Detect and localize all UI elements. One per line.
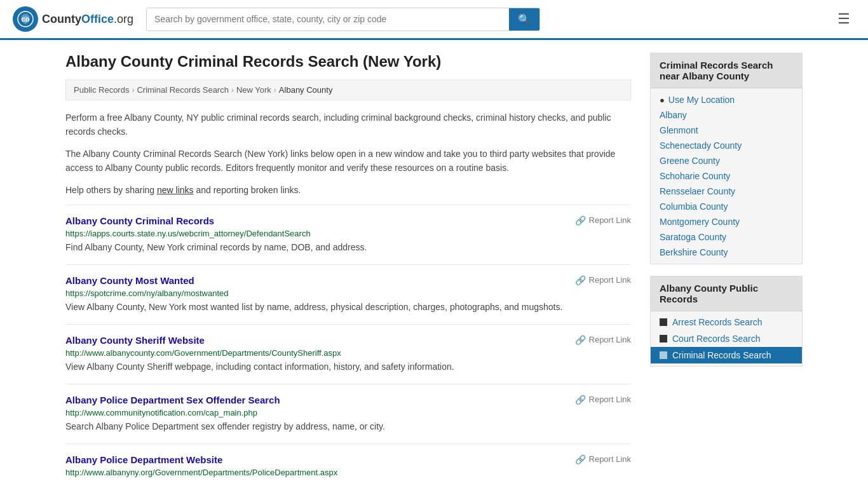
report-link-label: Report Link: [589, 395, 631, 404]
sidebar-nearby-item[interactable]: Rensselaer County: [651, 184, 802, 199]
sidebar-records-item[interactable]: Court Records Search: [651, 330, 802, 347]
record-title[interactable]: Albany County Criminal Records: [65, 215, 214, 226]
breadcrumb: Public Records › Criminal Records Search…: [65, 79, 631, 100]
record-url: http://www.communitynotification.com/cap…: [65, 408, 631, 417]
sidebar-nearby-item[interactable]: Schenectady County: [651, 138, 802, 153]
report-link-button[interactable]: 🔗 Report Link: [575, 395, 631, 405]
sidebar-records-link[interactable]: Court Records Search: [672, 334, 761, 344]
report-link-button[interactable]: 🔗 Report Link: [575, 275, 631, 285]
description-para3-prefix: Help others by sharing: [65, 185, 157, 195]
record-url: https://iapps.courts.state.ny.us/webcrim…: [65, 229, 631, 238]
record-desc: Search Albany Police Department sex offe…: [65, 420, 631, 433]
location-pin-icon: ●: [660, 95, 665, 105]
sidebar-nearby-link[interactable]: Schoharie County: [660, 171, 730, 181]
search-input[interactable]: [147, 8, 509, 30]
sidebar-nearby-list: ● Use My Location AlbanyGlenmontSchenect…: [651, 88, 802, 264]
svg-text:co: co: [22, 15, 30, 23]
sidebar-nearby-link[interactable]: Berkshire County: [660, 247, 728, 257]
record-entry: Albany Police Department Website 🔗 Repor…: [65, 444, 631, 488]
record-url: https://spotcrime.com/ny/albany/mostwant…: [65, 288, 631, 298]
sidebar-nearby-link[interactable]: Columbia County: [660, 201, 728, 212]
content-area: Albany County Criminal Records Search (N…: [65, 53, 631, 488]
breadcrumb-criminal-records-search[interactable]: Criminal Records Search: [137, 85, 229, 95]
sidebar-nearby-link[interactable]: Greene County: [660, 156, 720, 166]
sidebar-nearby-section: Criminal Records Search near Albany Coun…: [650, 53, 803, 264]
logo[interactable]: co CountyOffice.org: [13, 6, 133, 32]
report-icon: 🔗: [575, 215, 586, 226]
description-para3-suffix: and reporting broken links.: [194, 185, 301, 195]
logo-icon: co: [13, 6, 38, 32]
logo-text: CountyOffice.org: [42, 13, 133, 26]
breadcrumb-sep1: ›: [132, 86, 134, 95]
report-link-label: Report Link: [589, 335, 631, 344]
sidebar-public-records-title: Albany County Public Records: [651, 276, 802, 311]
report-icon: 🔗: [575, 335, 586, 345]
record-title[interactable]: Albany Police Department Website: [65, 454, 222, 465]
use-my-location-link[interactable]: Use My Location: [668, 95, 735, 105]
report-icon: 🔗: [575, 395, 586, 405]
sidebar-nearby-item[interactable]: Berkshire County: [651, 245, 802, 260]
sidebar-nearby-item[interactable]: Albany: [651, 107, 802, 123]
sidebar-records-item[interactable]: Criminal Records Search: [651, 347, 802, 363]
records-container: Albany County Criminal Records 🔗 Report …: [65, 205, 631, 488]
record-title[interactable]: Albany County Most Wanted: [65, 275, 194, 286]
record-desc: View Albany County Sheriff webpage, incl…: [65, 360, 631, 374]
sidebar-records-link[interactable]: Arrest Records Search: [672, 317, 763, 327]
record-url: http://www.albanyny.org/Government/Depar…: [65, 468, 631, 477]
record-title[interactable]: Albany Police Department Sex Offender Se…: [65, 395, 280, 405]
record-title[interactable]: Albany County Sheriff Website: [65, 335, 205, 346]
sidebar: Criminal Records Search near Albany Coun…: [650, 53, 803, 488]
record-entry: Albany County Most Wanted 🔗 Report Link …: [65, 264, 631, 324]
breadcrumb-sep2: ›: [231, 86, 234, 95]
sidebar-records-link[interactable]: Criminal Records Search: [672, 350, 771, 360]
header: co CountyOffice.org 🔍 ☰: [0, 0, 868, 40]
record-entry: Albany County Sheriff Website 🔗 Report L…: [65, 324, 631, 384]
main-container: Albany County Criminal Records Search (N…: [53, 40, 815, 488]
description-para1: Perform a free Albany County, NY public …: [65, 111, 631, 139]
sidebar-nearby-item[interactable]: Glenmont: [651, 123, 802, 138]
breadcrumb-new-york[interactable]: New York: [236, 85, 271, 95]
sidebar-nearby-item[interactable]: Saratoga County: [651, 229, 802, 245]
sidebar-nearby-link[interactable]: Saratoga County: [660, 232, 726, 242]
record-url: http://www.albanycounty.com/Government/D…: [65, 348, 631, 358]
record-type-icon: [660, 318, 667, 326]
sidebar-nearby-item[interactable]: Schoharie County: [651, 168, 802, 184]
report-link-button[interactable]: 🔗 Report Link: [575, 454, 631, 464]
record-entry: Albany County Criminal Records 🔗 Report …: [65, 205, 631, 264]
record-type-icon: [660, 335, 667, 342]
sidebar-records-item[interactable]: Arrest Records Search: [651, 314, 802, 330]
search-bar: 🔍: [146, 8, 540, 31]
description-para2: The Albany County Criminal Records Searc…: [65, 147, 631, 175]
record-entry: Albany Police Department Sex Offender Se…: [65, 384, 631, 444]
breadcrumb-public-records[interactable]: Public Records: [74, 85, 129, 95]
sidebar-use-location[interactable]: ● Use My Location: [651, 92, 802, 107]
sidebar-nearby-link[interactable]: Rensselaer County: [660, 186, 735, 196]
sidebar-nearby-link[interactable]: Schenectady County: [660, 140, 742, 151]
search-button[interactable]: 🔍: [509, 8, 539, 30]
report-link-label: Report Link: [589, 275, 631, 285]
sidebar-nearby-link[interactable]: Montgomery County: [660, 217, 740, 227]
report-icon: 🔗: [575, 275, 586, 285]
sidebar-nearby-title: Criminal Records Search near Albany Coun…: [651, 53, 802, 88]
sidebar-records-list: Arrest Records Search Court Records Sear…: [651, 311, 802, 366]
breadcrumb-current: Albany County: [279, 85, 333, 95]
report-link-button[interactable]: 🔗 Report Link: [575, 335, 631, 345]
record-type-icon: [660, 351, 667, 359]
sidebar-nearby-link[interactable]: Glenmont: [660, 125, 698, 135]
description-para3: Help others by sharing new links and rep…: [65, 183, 631, 197]
sidebar-nearby-item[interactable]: Montgomery County: [651, 214, 802, 229]
report-link-label: Report Link: [589, 215, 631, 225]
menu-button[interactable]: ☰: [832, 8, 855, 30]
report-icon: 🔗: [575, 454, 586, 464]
new-links-link[interactable]: new links: [157, 185, 194, 195]
sidebar-nearby-item[interactable]: Columbia County: [651, 199, 802, 214]
page-title: Albany County Criminal Records Search (N…: [65, 53, 631, 71]
sidebar-public-records-section: Albany County Public Records Arrest Reco…: [650, 276, 803, 367]
report-link-button[interactable]: 🔗 Report Link: [575, 215, 631, 226]
breadcrumb-sep3: ›: [274, 86, 276, 95]
report-link-label: Report Link: [589, 454, 631, 464]
record-desc: Find Albany County, New York criminal re…: [65, 241, 631, 254]
record-desc: View Albany County, New York most wanted…: [65, 301, 631, 314]
sidebar-nearby-item[interactable]: Greene County: [651, 153, 802, 168]
sidebar-nearby-link[interactable]: Albany: [660, 110, 687, 120]
